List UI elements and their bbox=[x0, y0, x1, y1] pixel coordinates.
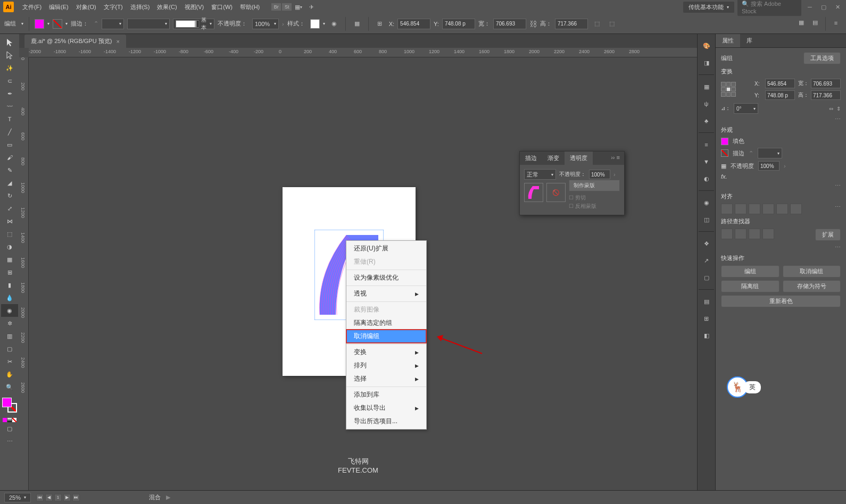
tab-properties[interactable]: 属性 bbox=[716, 34, 740, 47]
menu-type[interactable]: 文字(T) bbox=[101, 1, 126, 13]
tool-free-transform[interactable]: ⬚ bbox=[1, 228, 18, 240]
tool-paintbrush[interactable]: 🖌 bbox=[1, 151, 18, 164]
tool-blend[interactable]: ◉ bbox=[1, 304, 18, 317]
x-input[interactable] bbox=[397, 19, 430, 29]
pf-more-icon[interactable]: ⋯ bbox=[835, 244, 841, 250]
context-menu-item[interactable]: 变换▶ bbox=[346, 346, 426, 359]
tool-curvature[interactable]: 〰 bbox=[1, 100, 18, 113]
tool-artboard[interactable]: ▢ bbox=[1, 342, 18, 355]
fx-label[interactable]: fx. bbox=[721, 173, 727, 180]
fill-swatch[interactable] bbox=[35, 19, 44, 29]
panel-collapse-icon[interactable]: ›› ≡ bbox=[607, 152, 624, 165]
menu-window[interactable]: 窗口(W) bbox=[208, 1, 236, 13]
transform-panel-icon[interactable]: ⊞ bbox=[374, 18, 386, 30]
stroke-weight-dropdown[interactable]: ▾ bbox=[102, 19, 124, 29]
h-input[interactable] bbox=[555, 19, 588, 29]
flip-h-icon[interactable]: ⇔ bbox=[829, 106, 833, 112]
tool-rectangle[interactable]: ▭ bbox=[1, 138, 18, 151]
tool-direct-select[interactable] bbox=[1, 49, 18, 62]
nav-next-icon[interactable]: ▶ bbox=[63, 494, 71, 501]
tool-mesh[interactable]: ⊞ bbox=[1, 266, 18, 279]
nav-prev-icon[interactable]: ◀ bbox=[45, 494, 53, 501]
tool-hand[interactable]: ✋ bbox=[1, 368, 18, 381]
prop-w-input[interactable] bbox=[811, 79, 841, 88]
tool-rotate[interactable]: ↻ bbox=[1, 189, 18, 202]
isolate-icon[interactable]: ▦ bbox=[795, 17, 807, 29]
ime-indicator[interactable]: 🦌 英 bbox=[727, 376, 761, 398]
align-left-icon[interactable] bbox=[721, 204, 733, 214]
prop-opacity-input[interactable] bbox=[758, 161, 779, 171]
prop-y-input[interactable] bbox=[765, 90, 795, 100]
tab-transparency[interactable]: 透明度 bbox=[565, 152, 593, 165]
tool-type[interactable]: T bbox=[1, 113, 18, 125]
pf-exclude-icon[interactable] bbox=[762, 229, 774, 239]
sync-icon[interactable]: ✈ bbox=[305, 1, 317, 13]
opacity-dropdown[interactable]: 100%▾ bbox=[252, 19, 279, 29]
menu-object[interactable]: 对象(O) bbox=[73, 1, 99, 13]
transform-dock-icon[interactable]: ⊞ bbox=[699, 311, 714, 326]
pf-intersect-icon[interactable] bbox=[749, 229, 760, 239]
appearance-more-icon[interactable]: ⋯ bbox=[835, 182, 841, 189]
prop-fill-swatch[interactable] bbox=[721, 138, 728, 145]
context-menu-item[interactable]: 隔离选定的组 bbox=[346, 316, 426, 330]
edit-mode-icon[interactable]: ▤ bbox=[809, 17, 821, 29]
transparency-thumb[interactable] bbox=[524, 183, 543, 202]
prop-stroke-weight[interactable]: ▾ bbox=[758, 148, 782, 158]
swatches-panel-icon[interactable]: ▦ bbox=[699, 79, 714, 94]
tool-pen[interactable]: ✒ bbox=[1, 87, 18, 100]
graphic-styles-icon[interactable]: ◫ bbox=[699, 212, 714, 227]
window-maximize-icon[interactable]: ▢ bbox=[818, 3, 829, 11]
link-wh-icon[interactable]: ⛓ bbox=[529, 20, 537, 28]
tool-slice[interactable]: ✂ bbox=[1, 355, 18, 368]
workspace-switcher[interactable]: 传统基本功能▾ bbox=[683, 2, 734, 13]
color-mode-row[interactable] bbox=[0, 418, 19, 422]
context-menu-item[interactable]: 收集以导出▶ bbox=[346, 401, 426, 415]
tool-symbol-sprayer[interactable]: ✲ bbox=[1, 317, 18, 330]
tool-perspective[interactable]: ▦ bbox=[1, 253, 18, 266]
prop-opacity-toggle-icon[interactable]: ▦ bbox=[721, 163, 726, 170]
tool-eraser[interactable]: ◢ bbox=[1, 177, 18, 189]
menu-effect[interactable]: 效果(C) bbox=[154, 1, 180, 13]
context-menu-item[interactable]: 排列▶ bbox=[346, 359, 426, 372]
prop-h-input[interactable] bbox=[811, 90, 841, 100]
options-menu-icon[interactable]: ≡ bbox=[830, 17, 842, 29]
zoom-dropdown[interactable]: 25%▾ bbox=[4, 493, 31, 502]
tool-lasso[interactable]: ⊂ bbox=[1, 74, 18, 87]
menu-view[interactable]: 视图(V) bbox=[181, 1, 208, 13]
recolor-icon[interactable]: ◉ bbox=[328, 18, 340, 30]
symbols-panel-icon[interactable]: ♣ bbox=[699, 113, 714, 128]
align-top-icon[interactable] bbox=[762, 204, 774, 214]
rotation-input[interactable]: 0°▾ bbox=[734, 103, 758, 114]
artboards-panel-icon[interactable]: ▢ bbox=[699, 270, 714, 285]
flip-v-icon[interactable]: ⇕ bbox=[836, 106, 841, 112]
prop-x-input[interactable] bbox=[765, 79, 795, 88]
tab-libraries[interactable]: 库 bbox=[740, 34, 759, 47]
tool-options-button[interactable]: 工具选项 bbox=[803, 52, 841, 64]
quick-symbol-button[interactable]: 存储为符号 bbox=[783, 280, 841, 292]
profile-dropdown[interactable]: 基本▾ bbox=[173, 19, 214, 29]
screen-mode-icon[interactable]: ▢ bbox=[1, 422, 18, 435]
brushes-panel-icon[interactable]: ψ bbox=[699, 96, 714, 111]
tab-gradient[interactable]: 渐变 bbox=[542, 152, 565, 165]
tool-scale[interactable]: ⤢ bbox=[1, 202, 18, 215]
stroke-swatch[interactable] bbox=[53, 19, 62, 29]
stock-icon[interactable]: St bbox=[282, 3, 292, 11]
tool-shaper[interactable]: ✎ bbox=[1, 164, 18, 177]
context-menu-item[interactable]: 还原(U)扩展 bbox=[346, 242, 426, 255]
tool-width[interactable]: ⋈ bbox=[1, 215, 18, 228]
gradient-panel-icon[interactable]: ▼ bbox=[699, 154, 714, 169]
pathfinder-dock-icon[interactable]: ◧ bbox=[699, 328, 714, 343]
quick-isolate-button[interactable]: 隔离组 bbox=[721, 280, 779, 292]
tool-shape-builder[interactable]: ◑ bbox=[1, 240, 18, 253]
menu-help[interactable]: 帮助(H) bbox=[237, 1, 263, 13]
context-menu-item[interactable]: 取消编组 bbox=[346, 330, 426, 343]
document-tab[interactable]: 鹿.ai* @ 25% (RGB/GPU 预览) × bbox=[24, 35, 126, 48]
tool-column-graph[interactable]: ▥ bbox=[1, 330, 18, 342]
context-menu-item[interactable]: 设为像素级优化 bbox=[346, 271, 426, 284]
canvas-area[interactable]: 鹿.ai* @ 25% (RGB/GPU 预览) × -2000-1800-16… bbox=[19, 34, 697, 490]
context-menu-item[interactable]: 导出所选项目... bbox=[346, 415, 426, 428]
stroke-panel-icon[interactable]: ≡ bbox=[699, 137, 714, 152]
prop-stroke-swatch[interactable] bbox=[721, 149, 728, 157]
style-swatch[interactable] bbox=[310, 19, 320, 29]
color-guide-icon[interactable]: ◨ bbox=[699, 55, 714, 70]
